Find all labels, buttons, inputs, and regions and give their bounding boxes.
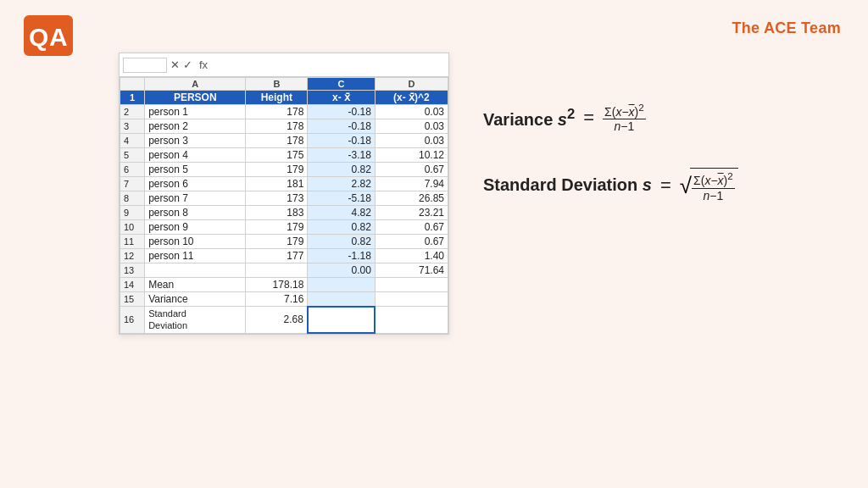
variance-eq: = [583, 107, 594, 129]
stddev-denominator: n−1 [702, 189, 726, 203]
stddev-label: Standard Deviation s [483, 175, 652, 195]
variance-formula-line: Variance s2 = Σ(x−x)2 n−1 [483, 102, 848, 134]
table-row: 9person 81834.8223.21 [120, 206, 448, 220]
data-grid: A B C D 1 PERSON Height x- x̄ (x- x̄)^2 … [120, 77, 448, 334]
corner-header [120, 78, 145, 91]
fx-label: fx [199, 58, 208, 71]
summary-stddev-row: 16 StandardDeviation 2.68 [120, 307, 448, 334]
table-row: 5person 4175-3.1810.12 [120, 148, 448, 163]
brand-name: The ACE Team [732, 19, 841, 37]
variance-denominator: n−1 [613, 119, 637, 134]
svg-text:Q: Q [29, 23, 48, 51]
stddev-numerator: Σ(x−x)2 [692, 170, 735, 188]
stddev-eq: = [660, 175, 671, 197]
confirm-icon[interactable]: ✓ [183, 58, 192, 71]
table-row: 2person 1178-0.180.03 [120, 105, 448, 119]
col-header-C[interactable]: C [308, 78, 376, 91]
col-header-B[interactable]: B [246, 78, 308, 91]
row-num-1: 1 [120, 91, 145, 105]
table-row: 7person 61812.827.94 [120, 177, 448, 191]
logo: Q A [24, 15, 73, 56]
table-row: 3person 2178-0.180.03 [120, 119, 448, 134]
table-row: 8person 7173-5.1826.85 [120, 191, 448, 206]
table-row: 4person 3178-0.180.03 [120, 134, 448, 148]
cancel-icon[interactable]: ✕ [170, 58, 180, 71]
header-x-xbar: x- x̄ [308, 91, 376, 105]
stddev-formula-block: Standard Deviation s = √ Σ(x−x)2 n−1 [483, 168, 848, 202]
table-row: 10person 91790.820.67 [120, 220, 448, 235]
col-header-A[interactable]: A [145, 78, 246, 91]
table-row: 6person 51790.820.67 [120, 163, 448, 177]
table-row: 11person 101790.820.67 [120, 235, 448, 249]
sqrt-inner: Σ(x−x)2 n−1 [690, 168, 738, 202]
variance-formula-block: Variance s2 = Σ(x−x)2 n−1 [483, 102, 848, 134]
table-header-row: 1 PERSON Height x- x̄ (x- x̄)^2 [120, 91, 448, 105]
stddev-sqrt: √ Σ(x−x)2 n−1 [680, 168, 738, 202]
table-row-empty: 130.0071.64 [120, 263, 448, 278]
header-height: Height [246, 91, 308, 105]
svg-text:A: A [49, 23, 68, 51]
cell-ref-input[interactable]: C16 [123, 58, 167, 73]
table-row: 12person 11177-1.181.40 [120, 249, 448, 263]
stddev-fraction: Σ(x−x)2 n−1 [692, 170, 735, 202]
formula-bar-icons: ✕ ✓ [170, 58, 192, 71]
stddev-formula-line: Standard Deviation s = √ Σ(x−x)2 n−1 [483, 168, 848, 202]
variance-numerator: Σ(x−x)2 [603, 102, 646, 119]
spreadsheet: C16 ✕ ✓ fx A B C D 1 [119, 53, 449, 335]
summary-variance-row: 15Variance7.16 [120, 292, 448, 307]
header-person: PERSON [145, 91, 246, 105]
header-x-xbar-sq: (x- x̄)^2 [375, 91, 448, 105]
summary-mean-row: 14Mean178.18 [120, 278, 448, 292]
variance-label: Variance s2 [483, 106, 575, 130]
formula-bar: C16 ✕ ✓ fx [120, 53, 448, 77]
formulas-area: Variance s2 = Σ(x−x)2 n−1 Standard Devia… [483, 102, 848, 237]
variance-fraction: Σ(x−x)2 n−1 [603, 102, 646, 134]
col-header-D[interactable]: D [375, 78, 448, 91]
